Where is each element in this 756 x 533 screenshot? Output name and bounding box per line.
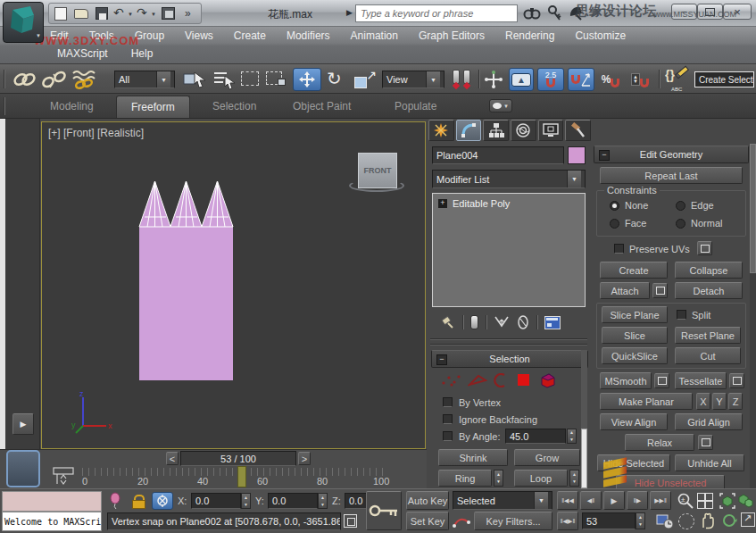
shrink-button[interactable]: Shrink [438,449,508,466]
frame-field-spinner[interactable]: ▲▼ [636,512,645,529]
stack-expand-icon[interactable]: + [438,199,447,208]
modifier-list-arrow-icon[interactable]: ▼ [567,171,581,187]
attach-settings-button[interactable] [652,283,668,298]
communication-key-icon[interactable] [546,4,562,22]
key-mode-dropdown[interactable]: Selected ▼ [453,491,552,510]
by-vertex-checkbox[interactable] [443,397,453,407]
select-and-link-icon[interactable] [12,71,37,88]
tab-populate[interactable]: Populate [380,96,451,117]
time-slider-handle[interactable] [237,466,246,487]
select-and-manipulate-icon[interactable] [483,70,504,89]
zoom-button[interactable]: ± [677,492,694,510]
maximize-viewport-button[interactable]: ↗ [741,512,755,527]
repeat-last-button[interactable]: Repeat Last [600,167,743,184]
field-of-view-button[interactable] [678,513,694,529]
x-coordinate-field[interactable]: 0.0 [191,493,241,509]
by-angle-field[interactable]: 45.0 [505,429,566,444]
spinner-snap-toggle[interactable]: ▲▼ [627,68,653,91]
collapse-button[interactable]: Collapse [675,262,743,279]
y-spinner[interactable]: ▲▼ [318,493,328,509]
selection-filter-arrow-icon[interactable]: ▼ [156,71,170,87]
planar-x-button[interactable]: X [696,393,710,410]
percent-snap-toggle[interactable]: % [598,68,623,91]
menu-tools[interactable]: Tools [89,29,114,42]
create-tab[interactable] [428,120,454,141]
msmooth-settings-button[interactable] [654,373,669,388]
scene-object-plane004[interactable] [135,176,237,381]
motion-tab[interactable] [511,120,536,141]
tab-selection[interactable]: Selection [198,96,270,117]
close-button[interactable]: × [723,4,752,20]
modifier-stack[interactable]: + Editable Poly [432,193,586,307]
time-slider-next-button[interactable]: > [298,452,311,465]
modifier-list-dropdown[interactable]: Modifier List ▼ [432,170,586,188]
selection-collapse-icon[interactable]: − [436,354,447,365]
border-subobject-icon[interactable] [493,373,509,387]
element-subobject-icon[interactable] [539,372,557,388]
menu-maxscript[interactable]: MAXScript [57,47,108,60]
save-file-button[interactable] [96,7,108,20]
search-box[interactable]: Type a keyword or phrase [355,4,518,22]
maximize-button[interactable] [697,4,723,20]
reset-plane-button[interactable]: Reset Plane [675,327,741,344]
selection-lock-icon[interactable] [132,495,145,507]
orbit-button[interactable] [720,512,738,529]
snaps-toggle-button[interactable]: 2.5 [537,68,564,91]
new-file-button[interactable] [54,7,67,21]
stack-item-editable-poly[interactable]: + Editable Poly [433,196,585,212]
transform-typein-toggle[interactable] [152,492,173,510]
redo-button[interactable]: ↷ [137,5,147,20]
redo-flyout-icon[interactable]: ▼ [151,12,156,17]
panel-scrollbar-thumb[interactable] [750,144,756,273]
constraint-face-label[interactable]: Face [625,218,646,229]
tessellate-button[interactable]: Tessellate [675,372,727,389]
viewcube-front-face[interactable]: FRONT [358,153,397,188]
zoom-all-button[interactable] [697,493,715,511]
default-tangent-button[interactable] [453,513,470,529]
x-spinner[interactable]: ▲▼ [241,493,251,509]
polygon-subobject-icon[interactable] [518,374,529,386]
ribbon-grip[interactable] [4,97,4,115]
title-flyout-icon[interactable]: ▶ [346,8,353,17]
satellite-dish-icon[interactable] [568,4,586,22]
ignore-backfacing-checkbox[interactable] [443,414,453,424]
set-key-button[interactable]: Set Key [406,512,449,530]
menu-customize[interactable]: Customize [575,29,626,42]
tab-freeform[interactable]: Freeform [116,96,190,118]
edit-geometry-rollout-header[interactable]: − Edit Geometry [594,146,749,163]
show-end-result-icon[interactable] [470,315,478,329]
key-mode-arrow-icon[interactable]: ▼ [534,492,548,509]
slice-button[interactable]: Slice [602,327,668,344]
hide-selected-button[interactable]: Hide Selected [597,454,670,471]
time-configuration-button[interactable] [656,512,674,530]
quick-access-more-button[interactable]: » [185,7,191,20]
panel-scrollbar-track[interactable] [750,144,756,488]
viewport-label[interactable]: [+] [Front] [Realistic] [48,127,144,139]
relax-settings-button[interactable] [698,435,713,450]
zoom-extents-all-button[interactable] [738,492,754,510]
loop-button[interactable]: Loop [514,470,568,487]
pin-stack-icon[interactable] [441,315,455,329]
make-planar-button[interactable]: Make Planar [600,393,693,410]
coord-system-arrow-icon[interactable]: ▼ [426,71,440,87]
previous-frame-button[interactable]: ◀‖ [580,491,602,510]
modify-tab[interactable] [456,120,482,141]
zoom-extents-button[interactable] [719,492,736,510]
keyboard-override-toggle[interactable]: ▲ [509,68,534,91]
ring-spinner[interactable]: ▲▼ [494,470,503,487]
menu-animation[interactable]: Animation [351,29,398,42]
by-angle-checkbox[interactable] [443,431,453,441]
menu-modifiers[interactable]: Modifiers [287,29,330,42]
selection-scrollbar-thumb[interactable] [581,429,587,488]
grid-align-button[interactable]: Grid Align [675,413,743,430]
tessellate-settings-button[interactable] [729,373,744,388]
use-pivot-point-icon[interactable] [451,69,474,90]
favorites-star-icon[interactable]: ☆ [589,4,601,20]
vertex-subobject-icon[interactable] [441,374,461,387]
app-button[interactable]: ▼ [3,2,44,43]
select-object-icon[interactable] [182,69,209,90]
constraint-none-label[interactable]: None [625,200,648,211]
selection-filter-dropdown[interactable]: All ▼ [114,71,175,88]
undo-flyout-icon[interactable]: ▼ [128,12,133,17]
named-selection-set-field[interactable]: Create Selection [694,71,754,87]
